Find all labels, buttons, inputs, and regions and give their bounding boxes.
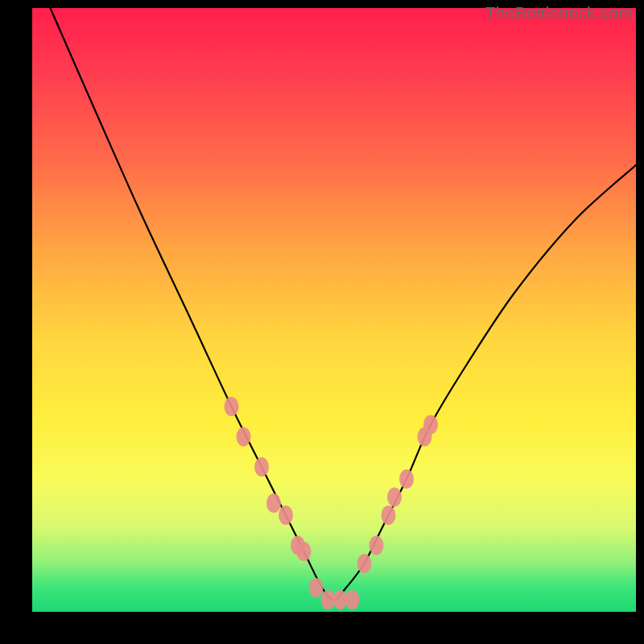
marker-dot	[297, 542, 312, 561]
plot-area	[32, 8, 636, 612]
bottleneck-curve	[51, 8, 637, 600]
marker-dot	[357, 554, 372, 573]
marker-dot	[237, 427, 251, 447]
marker-dot	[423, 415, 438, 435]
chart-stage: TheBottleneck.com	[0, 0, 644, 644]
marker-dot	[279, 506, 293, 525]
marker-dot	[254, 457, 269, 477]
marker-dot	[225, 397, 239, 416]
marker-dot	[309, 578, 324, 597]
marker-dot	[266, 493, 281, 513]
curve-layer	[32, 8, 636, 612]
marker-dot	[399, 469, 414, 489]
watermark-text: TheBottleneck.com	[485, 3, 633, 23]
marker-dot	[387, 488, 402, 507]
marker-dot	[345, 590, 360, 609]
marker-dot	[382, 506, 396, 525]
marker-dot	[369, 536, 384, 555]
marker-layer	[225, 397, 439, 609]
